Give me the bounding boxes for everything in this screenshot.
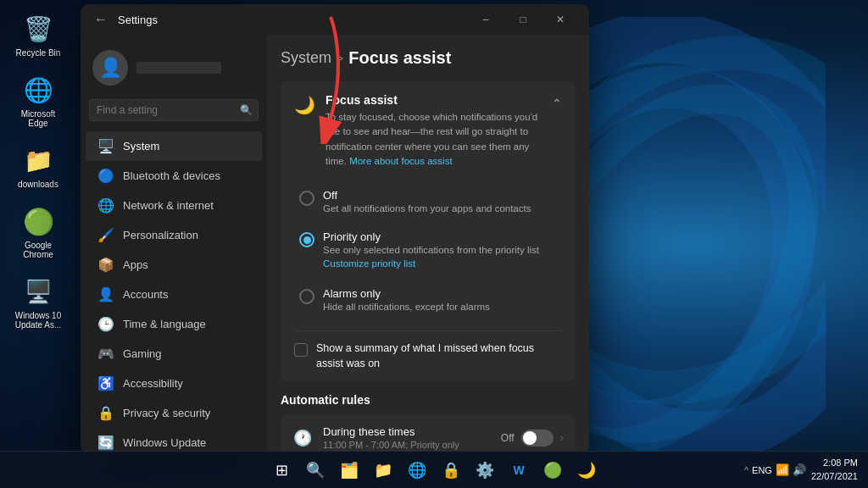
taskbar-clock[interactable]: 2:08 PM 22/07/2021	[811, 457, 858, 483]
toggle-during-times[interactable]	[521, 430, 554, 446]
windows-update-icon: 🔄	[97, 435, 114, 451]
taskbar-task-view-button[interactable]: 🗂️	[335, 456, 364, 485]
automatic-rules-title: Automatic rules	[281, 393, 576, 407]
summary-checkbox[interactable]	[294, 343, 308, 357]
taskbar-right: ^ ENG 📶 🔊 2:08 PM 22/07/2021	[744, 457, 858, 483]
window-title-text: Settings	[118, 14, 158, 26]
desktop-icons: 🗑️ Recycle Bin 🌐 Microsoft Edge 📁 downlo…	[8, 8, 68, 333]
minimize-button[interactable]: –	[467, 7, 504, 32]
sidebar-item-privacy[interactable]: 🔒 Privacy & security	[86, 398, 262, 428]
taskbar: ⊞ 🔍 🗂️ 📁 🌐 🔒 ⚙️ W 🟢 🌙 ^ ENG 📶 🔊 2:08 PM …	[0, 451, 868, 488]
desktop-icon-label-edge: Microsoft Edge	[12, 109, 64, 128]
sidebar-item-personalization[interactable]: 🖌️ Personalization	[86, 220, 262, 250]
sidebar-item-accessibility[interactable]: ♿ Accessibility	[86, 369, 262, 398]
sidebar-search-container: 🔍	[89, 99, 259, 121]
toggle-label-during-times: Off	[501, 432, 515, 444]
radio-alarms	[299, 289, 314, 304]
system-icon: 🖥️	[97, 138, 114, 154]
breadcrumb-system-link[interactable]: System	[281, 49, 331, 67]
taskbar-time: 2:08 PM	[811, 457, 858, 469]
taskbar-word-button[interactable]: W	[504, 456, 533, 485]
clock-icon: 🕐	[292, 429, 313, 447]
taskbar-search-button[interactable]: 🔍	[301, 456, 330, 485]
gaming-icon: 🎮	[97, 346, 114, 362]
desktop-icon-windows-update[interactable]: 🖥️ Windows 10 Update As...	[8, 271, 68, 333]
desktop-icon-label-recycle-bin: Recycle Bin	[16, 48, 61, 58]
sidebar-item-label-personalization: Personalization	[123, 229, 250, 241]
sidebar-item-label-privacy: Privacy & security	[123, 407, 250, 419]
taskbar-overflow-icon[interactable]: ^	[744, 465, 748, 475]
taskbar-start-button[interactable]: ⊞	[267, 456, 296, 485]
profile-avatar: 👤	[92, 50, 128, 86]
accounts-icon: 👤	[97, 286, 114, 302]
taskbar-mail-button[interactable]: 🌙	[572, 456, 601, 485]
rule-title-during-times: During these times	[323, 425, 491, 438]
maximize-button[interactable]: □	[504, 7, 542, 32]
sidebar-item-label-apps: Apps	[123, 258, 250, 271]
sidebar-item-windows-update[interactable]: 🔄 Windows Update	[86, 428, 262, 453]
breadcrumb: System > Focus assist	[281, 48, 576, 68]
taskbar-teams-button[interactable]: 🟢	[538, 456, 567, 485]
sidebar-item-network[interactable]: 🌐 Network & internet	[86, 191, 262, 220]
sidebar-item-apps[interactable]: 📦 Apps	[86, 250, 262, 280]
main-content: System > Focus assist 🌙 Focus assist To …	[267, 35, 589, 453]
taskbar-edge-button[interactable]: 🌐	[403, 456, 431, 485]
sidebar-item-accounts[interactable]: 👤 Accounts	[86, 280, 262, 309]
taskbar-volume-icon[interactable]: 🔊	[793, 463, 806, 476]
radio-priority	[299, 232, 314, 247]
desktop-icon-chrome[interactable]: 🟢 Google Chrome	[8, 201, 68, 263]
sidebar-item-label-windows-update: Windows Update	[123, 436, 250, 449]
desktop-icon-edge[interactable]: 🌐 Microsoft Edge	[8, 69, 68, 131]
search-icon: 🔍	[240, 104, 253, 116]
focus-assist-option-alarms[interactable]: Alarms only Hide all notifications, exce…	[294, 280, 562, 319]
desktop-icon-recycle-bin[interactable]: 🗑️ Recycle Bin	[8, 8, 68, 61]
option-alarms-title: Alarms only	[323, 287, 490, 300]
focus-assist-learn-more-link[interactable]: More about focus assist	[349, 156, 452, 166]
settings-window: ← Settings – □ ✕ 👤 🔍	[81, 4, 589, 453]
window-titlebar: ← Settings – □ ✕	[81, 4, 589, 35]
desktop-icon-downloads[interactable]: 📁 downloads	[8, 140, 68, 192]
window-controls: – □ ✕	[467, 7, 579, 32]
search-input[interactable]	[89, 99, 259, 121]
focus-assist-option-off[interactable]: Off Get all notifications from your apps…	[294, 182, 562, 220]
sidebar-item-bluetooth[interactable]: 🔵 Bluetooth & devices	[86, 161, 262, 191]
personalization-icon: 🖌️	[97, 227, 114, 243]
taskbar-lang-indicator[interactable]: ENG	[752, 465, 772, 475]
sidebar-profile: 👤	[81, 42, 267, 99]
rule-subtitle-during-times: 11:00 PM - 7:00 AM; Priority only	[323, 440, 491, 450]
taskbar-center: ⊞ 🔍 🗂️ 📁 🌐 🔒 ⚙️ W 🟢 🌙	[267, 456, 601, 485]
breadcrumb-current: Focus assist	[348, 48, 451, 68]
summary-text: Show a summary of what I missed when foc…	[316, 341, 562, 371]
rule-card-during-times: 🕐 During these times 11:00 PM - 7:00 AM;…	[281, 415, 576, 453]
rule-chevron-during-times-icon[interactable]: ›	[560, 431, 564, 444]
taskbar-system-icons: ^ ENG 📶 🔊	[744, 463, 806, 476]
focus-assist-collapse-icon[interactable]: ⌃	[552, 97, 562, 110]
window-body: 👤 🔍 🖥️ System 🔵 Bluetooth & devices 🌐	[81, 35, 589, 453]
option-priority-title: Priority only	[323, 230, 539, 243]
sidebar-item-system[interactable]: 🖥️ System	[86, 131, 262, 161]
customize-priority-link[interactable]: Customize priority list	[323, 258, 415, 269]
sidebar-item-time[interactable]: 🕒 Time & language	[86, 309, 262, 339]
focus-assist-option-priority[interactable]: Priority only See only selected notifica…	[294, 224, 562, 277]
sidebar-item-label-gaming: Gaming	[123, 347, 250, 360]
desktop: 🗑️ Recycle Bin 🌐 Microsoft Edge 📁 downlo…	[0, 0, 868, 488]
accessibility-icon: ♿	[97, 375, 114, 391]
desktop-icon-label-windows-update: Windows 10 Update As...	[12, 311, 64, 330]
desktop-icon-label-downloads: downloads	[18, 180, 58, 189]
network-icon: 🌐	[97, 197, 114, 214]
focus-assist-description: To stay focused, choose which notificati…	[326, 110, 552, 169]
taskbar-settings-button[interactable]: ⚙️	[470, 456, 499, 485]
taskbar-security-button[interactable]: 🔒	[437, 456, 465, 485]
sidebar-item-label-system: System	[123, 140, 250, 152]
desktop-icon-label-chrome: Google Chrome	[12, 241, 64, 259]
taskbar-explorer-button[interactable]: 📁	[369, 456, 398, 485]
option-off-desc: Get all notifications from your apps and…	[323, 203, 531, 214]
close-button[interactable]: ✕	[542, 7, 579, 32]
window-back-button[interactable]: ←	[91, 9, 111, 30]
summary-row: Show a summary of what I missed when foc…	[281, 331, 576, 381]
option-alarms-desc: Hide all notifications, except for alarm…	[323, 302, 490, 312]
focus-assist-header: 🌙 Focus assist To stay focused, choose w…	[281, 81, 576, 177]
taskbar-wifi-icon[interactable]: 📶	[776, 463, 789, 476]
option-off-title: Off	[323, 189, 531, 202]
sidebar-item-gaming[interactable]: 🎮 Gaming	[86, 339, 262, 369]
